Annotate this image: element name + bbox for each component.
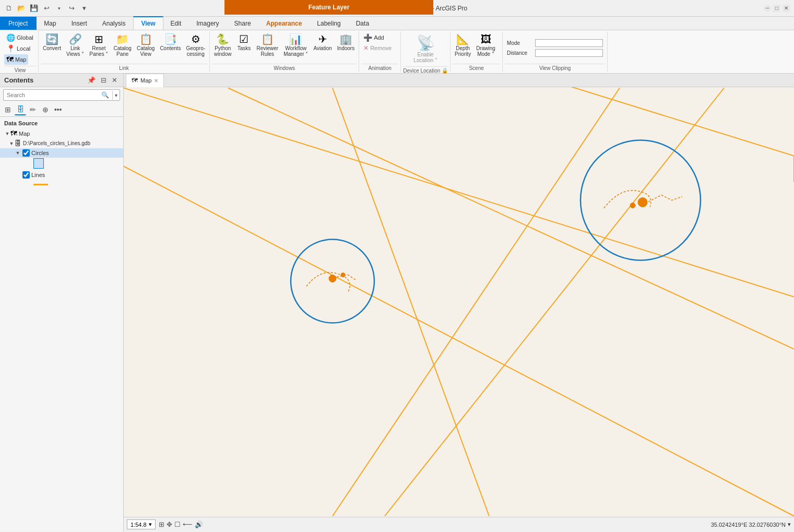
tree-item-circles[interactable]: ▼ Circles <box>0 148 123 158</box>
circles-label: Circles <box>31 150 49 156</box>
undo-dropdown-icon[interactable]: ▾ <box>54 4 64 13</box>
btn-enable-location[interactable]: 📡 EnableLocation ˅ <box>409 32 442 65</box>
btn-catalog-view[interactable]: 📋 CatalogView <box>135 32 157 58</box>
contents-title: Contents <box>4 76 33 84</box>
btn-aviation[interactable]: ✈ Aviation <box>311 32 334 53</box>
tab-data[interactable]: Data <box>349 17 377 30</box>
lines-label: Lines <box>31 172 45 178</box>
more-icon[interactable]: ••• <box>52 104 64 115</box>
btn-geoprocessing[interactable]: ⚙ Geopro-cessing <box>184 32 207 58</box>
new-icon[interactable]: 🗋 <box>4 4 14 13</box>
map-expand-icon[interactable]: ▼ <box>4 131 10 137</box>
select-icon[interactable]: ☐ <box>174 521 181 528</box>
customize-icon[interactable]: ▾ <box>79 4 89 13</box>
btn-global[interactable]: 🌐 Global <box>4 32 35 43</box>
title-bar-icons: 🗋 📂 💾 ↩ ▾ ↪ ▾ <box>4 4 89 13</box>
tab-analysis[interactable]: Analysis <box>95 17 134 30</box>
list-by-data-source-icon[interactable]: 🗄 <box>15 104 26 115</box>
btn-drawing-mode[interactable]: 🖼 DrawingMode ˅ <box>474 32 497 58</box>
reset-panes-icon: ⊞ <box>94 34 103 44</box>
tab-view[interactable]: View <box>133 16 163 30</box>
pin-icon[interactable]: 📌 <box>86 76 97 85</box>
btn-python-window[interactable]: 🐍 Pythonwindow <box>212 32 233 58</box>
map-icon: 🗺 <box>10 129 17 137</box>
btn-link-views[interactable]: 🔗 LinkViews ˅ <box>64 32 86 58</box>
btn-depth-priority[interactable]: 📐 DepthPriority <box>453 32 473 58</box>
save-icon[interactable]: 💾 <box>29 4 39 13</box>
circles-checkbox[interactable] <box>22 149 30 157</box>
btn-remove-animation[interactable]: ✕ Remove <box>361 43 394 53</box>
aviation-icon: ✈ <box>318 34 327 44</box>
drawing-mode-icon: 🖼 <box>481 34 491 44</box>
btn-map[interactable]: 🗺 Map <box>4 54 28 65</box>
maximize-btn[interactable]: □ <box>773 5 780 12</box>
main-layout: Contents 📌 ⊟ ✕ 🔍 ▾ ⊞ 🗄 ✏ ⊕ ••• Data Sour… <box>0 74 794 531</box>
tab-insert[interactable]: Insert <box>64 17 95 30</box>
btn-contents[interactable]: 📑 Contents <box>158 32 183 53</box>
map-canvas[interactable] <box>124 87 794 517</box>
close-panel-icon[interactable]: ✕ <box>110 76 119 85</box>
pan-icon[interactable]: ✥ <box>167 521 172 528</box>
group-scene-label: Scene <box>453 64 500 71</box>
circles-expand-icon[interactable]: ▼ <box>15 150 21 156</box>
db-icon: 🗄 <box>15 139 21 147</box>
list-by-snapping-icon[interactable]: ⊕ <box>40 104 51 115</box>
tab-share[interactable]: Share <box>227 17 259 30</box>
search-input[interactable] <box>4 90 98 100</box>
minimize-btn[interactable]: ─ <box>764 5 771 12</box>
db-expand-icon[interactable]: ▼ <box>8 140 15 147</box>
btn-catalog-pane[interactable]: 📁 CatalogPane <box>111 32 133 58</box>
btn-add-animation[interactable]: ➕ Add <box>361 32 386 43</box>
undo-icon[interactable]: ↩ <box>42 4 51 13</box>
btn-convert[interactable]: 🔄 Convert <box>41 32 63 53</box>
scale-dropdown-icon[interactable]: ▾ <box>149 521 152 528</box>
close-btn[interactable]: ✕ <box>783 5 790 12</box>
svg-point-14 <box>630 203 635 208</box>
reviewer-rules-icon: 📋 <box>261 34 274 44</box>
svg-point-13 <box>638 198 647 207</box>
contents-toolbar: ⊞ 🗄 ✏ ⊕ ••• <box>0 103 123 117</box>
btn-reviewer-rules[interactable]: 📋 ReviewerRules <box>254 32 280 58</box>
btn-tasks[interactable]: ☑ Tasks <box>234 32 253 53</box>
catalog-pane-icon: 📁 <box>116 34 129 44</box>
lines-checkbox[interactable] <box>22 171 30 179</box>
redo-icon[interactable]: ↪ <box>67 4 76 13</box>
float-icon[interactable]: ⊟ <box>99 76 108 85</box>
btn-workflow-manager[interactable]: 📊 WorkflowManager ˅ <box>281 32 310 58</box>
tree-item-db[interactable]: ▼ 🗄 D:\Parcels_circles_Lines.gdb <box>0 138 123 148</box>
zoom-full-icon[interactable]: ⊞ <box>159 521 164 528</box>
tab-appearance[interactable]: Appearance <box>259 17 310 30</box>
list-by-drawing-order-icon[interactable]: ⊞ <box>2 104 14 115</box>
list-by-editing-icon[interactable]: ✏ <box>27 104 39 115</box>
ribbon-content: 🌐 Global 📍 Local 🗺 Map View 🔄 Conver <box>0 30 794 73</box>
map-tab-close-icon[interactable]: ✕ <box>154 78 158 84</box>
tab-map[interactable]: Map <box>37 17 64 30</box>
speaker-icon[interactable]: 🔊 <box>195 521 203 528</box>
group-animation: ➕ Add ✕ Remove Animation <box>359 31 401 72</box>
search-icon[interactable]: 🔍 <box>98 90 112 100</box>
coords-dropdown-icon[interactable]: ▾ <box>788 521 791 528</box>
search-dropdown-icon[interactable]: ▾ <box>112 91 120 100</box>
distance-input[interactable] <box>535 49 603 57</box>
map-tab[interactable]: 🗺 Map ✕ <box>126 74 164 87</box>
lines-symbol-line <box>33 184 48 185</box>
btn-indoors[interactable]: 🏢 Indoors <box>335 32 357 53</box>
btn-local[interactable]: 📍 Local <box>4 43 32 54</box>
contents-section-label: Data Source <box>0 117 123 127</box>
mode-input[interactable] <box>535 39 603 47</box>
tab-imagery[interactable]: Imagery <box>189 17 227 30</box>
convert-icon: 🔄 <box>45 34 58 44</box>
tree-item-map[interactable]: ▼ 🗺 Map <box>0 128 123 138</box>
db-label: D:\Parcels_circles_Lines.gdb <box>23 140 90 146</box>
tree-item-lines[interactable]: Lines <box>0 170 123 180</box>
tab-labeling[interactable]: Labeling <box>310 17 348 30</box>
contents-panel: Contents 📌 ⊟ ✕ 🔍 ▾ ⊞ 🗄 ✏ ⊕ ••• Data Sour… <box>0 74 124 531</box>
workflow-manager-icon: 📊 <box>289 34 302 44</box>
open-icon[interactable]: 📂 <box>17 4 26 13</box>
depth-priority-icon: 📐 <box>456 34 469 44</box>
navigate-icon[interactable]: ⟵ <box>183 521 193 528</box>
tab-edit[interactable]: Edit <box>163 17 189 30</box>
scale-selector[interactable]: 1:54.8 ▾ <box>127 519 156 529</box>
btn-reset-panes[interactable]: ⊞ ResetPanes ˅ <box>87 32 110 58</box>
tab-project[interactable]: Project <box>0 17 37 30</box>
